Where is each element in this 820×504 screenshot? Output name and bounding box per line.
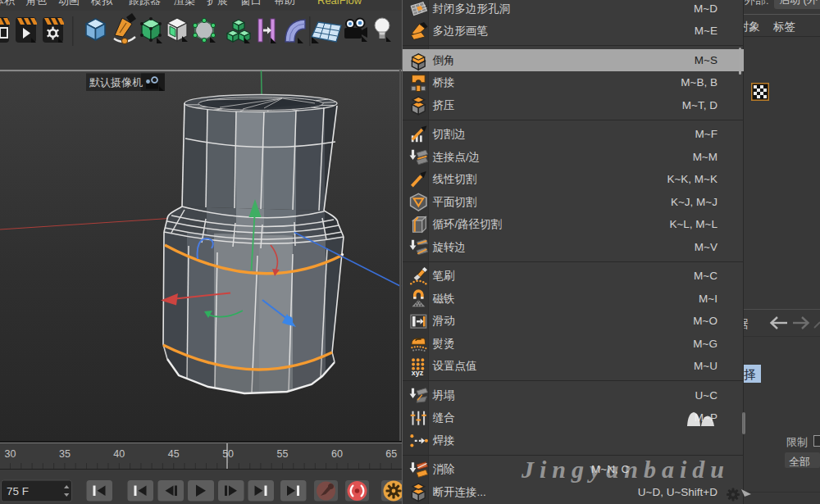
svg-text:60: 60 — [331, 448, 343, 460]
svg-text:55: 55 — [277, 448, 289, 460]
svg-text:35: 35 — [59, 448, 71, 460]
svg-text:50: 50 — [222, 448, 234, 460]
svg-text:30: 30 — [5, 448, 16, 460]
svg-text:75 F: 75 F — [7, 485, 29, 497]
svg-text:默认摄像机: 默认摄像机 — [89, 76, 143, 89]
svg-text:65: 65 — [385, 448, 397, 460]
svg-text:40: 40 — [113, 448, 125, 460]
svg-text:xyz: xyz — [412, 368, 424, 376]
svg-text:45: 45 — [168, 448, 180, 460]
